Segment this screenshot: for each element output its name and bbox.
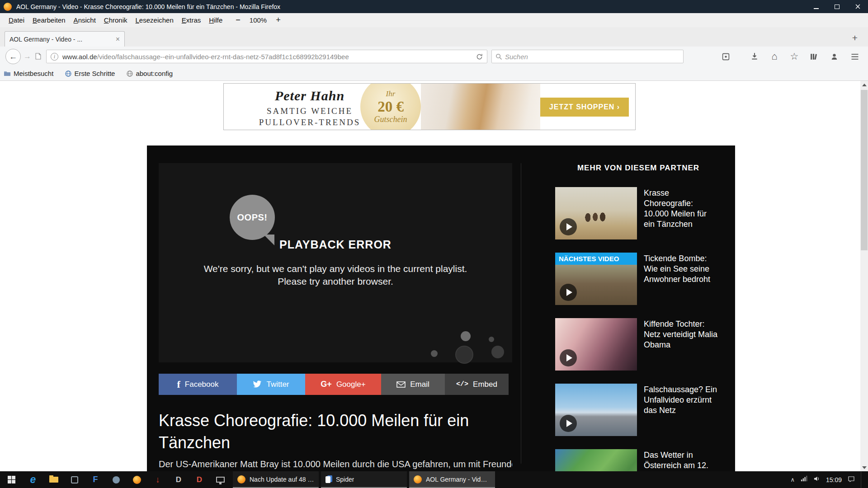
share-googleplus-button[interactable]: G+ Google+ [305,374,381,395]
scrollbar-thumb[interactable] [861,90,868,250]
video-item-title[interactable]: Tickende Bombe: Wie ein See seine Anwohn… [644,253,720,305]
maximize-button[interactable] [826,0,847,13]
window-title: AOL Germany - Video - Krasse Choreografi… [16,3,280,10]
ad-badge-value: 20 € [377,99,404,115]
show-desktop-button[interactable] [861,471,863,488]
bookmark-label: Erste Schritte [74,70,115,77]
desktop: AOL Germany - Video - Krasse Choreografi… [0,0,868,488]
tab-close-icon[interactable]: × [116,35,120,43]
app-f-icon[interactable]: F [85,471,106,488]
ad-banner[interactable]: Peter Hahn SAMTIG WEICHE PULLOVER-TRENDS… [223,83,636,130]
list-item[interactable]: NÄCHSTES VIDEO Tickende Bombe: Wie ein S… [555,253,720,305]
url-bar[interactable]: i www.aol.de/video/falschaussage--ein-un… [46,50,487,63]
bookmark-label: Meistbesucht [14,70,53,77]
content-divider [521,163,521,464]
forward-button[interactable]: → [24,52,31,61]
file-explorer-icon[interactable] [43,471,64,488]
account-icon[interactable] [828,51,840,62]
app-d-red-icon[interactable]: D [189,471,210,488]
ad-model-photo [421,84,540,130]
minimize-icon [814,8,819,9]
decor-bubble [489,337,494,342]
bookmark-erste-schritte[interactable]: Erste Schritte [65,70,115,77]
home-icon[interactable]: ⌂ [769,51,780,62]
video-item-title[interactable]: Krasse Choreografie: 10.000 Meilen für e… [644,187,720,239]
bookmark-meistbesucht[interactable]: Meistbesucht [4,70,53,77]
share-label: Email [410,380,429,389]
minimize-button[interactable] [806,0,826,13]
video-thumbnail[interactable] [555,187,637,239]
app-icon[interactable] [106,471,127,488]
video-thumbnail[interactable]: NÄCHSTES VIDEO [555,253,637,305]
menu-item-hilfe[interactable]: Hilfe [205,14,226,26]
menu-item-bearbeiten[interactable]: Bearbeiten [28,14,70,26]
search-box[interactable] [491,50,684,63]
edge-icon[interactable]: e [23,471,43,488]
task-button-spider[interactable]: Spider [321,471,407,488]
video-item-title[interactable]: Falschaussage? Ein Unfallvideo erzürnt d… [644,384,720,436]
library-icon[interactable] [807,51,819,62]
share-embed-button[interactable]: </> Embed [445,374,509,395]
notification-icon[interactable] [848,475,855,484]
list-item[interactable]: Krasse Choreografie: 10.000 Meilen für e… [555,187,720,239]
menu-item-extras[interactable]: Extras [178,14,205,26]
share-facebook-button[interactable]: f Facebook [159,374,237,395]
list-item[interactable]: Falschaussage? Ein Unfallvideo erzürnt d… [555,384,720,436]
list-item[interactable]: Das Wetter in Österreich am 12. [555,449,720,471]
menu-item-ansicht[interactable]: Ansicht [70,14,100,26]
download-icon[interactable] [749,51,760,62]
page-icon [35,53,41,61]
video-player[interactable]: OOPS! PLAYBACK ERROR We're sorry, but we… [159,163,512,362]
url-text[interactable]: www.aol.de/video/falschaussage--ein-unfa… [62,53,472,61]
bookmark-about-config[interactable]: about:config [127,70,173,77]
share-twitter-button[interactable]: Twitter [237,374,305,395]
task-button-aol-germany[interactable]: AOL Germany - Video... [409,471,495,488]
clock[interactable]: 15:09 [826,476,842,483]
menu-icon[interactable] [849,51,861,62]
taskbar: e F ↓ D D Nach Update auf 48 g... Spider… [0,471,868,488]
bookmark-star-icon[interactable]: ☆ [788,51,800,62]
speaker-icon[interactable] [813,475,820,484]
app-d-icon[interactable]: D [168,471,189,488]
error-line2: Please try another browser. [159,275,512,288]
menu-item-datei[interactable]: Datei [5,14,28,26]
scroll-up-button[interactable] [860,81,868,89]
scroll-down-button[interactable] [860,464,868,471]
search-input[interactable] [505,53,679,61]
start-button[interactable] [0,471,23,488]
info-icon[interactable]: i [51,53,58,61]
video-item-title[interactable]: Kiffende Tochter: Netz verteidigt Malia … [644,318,720,371]
list-item[interactable]: Kiffende Tochter: Netz verteidigt Malia … [555,318,720,371]
firefox-taskbar-icon[interactable] [127,471,147,488]
zoom-out-button[interactable]: − [234,15,242,25]
video-thumbnail[interactable] [555,449,637,471]
video-thumbnail[interactable] [555,384,637,436]
new-tab-button[interactable]: + [848,31,862,45]
ad-cta-button[interactable]: JETZT SHOPPEN › [540,98,629,117]
play-icon [560,218,577,235]
video-thumbnail[interactable] [555,318,637,371]
network-icon[interactable] [801,475,807,484]
download-app-icon[interactable]: ↓ [147,471,168,488]
share-email-button[interactable]: Email [381,374,445,395]
close-button[interactable] [847,0,868,13]
firefox-icon [237,475,245,483]
task-button-nach-update[interactable]: Nach Update auf 48 g... [233,471,319,488]
menu-item-chronik[interactable]: Chronik [100,14,132,26]
play-icon [560,415,577,432]
page-action-icon[interactable] [720,51,731,62]
tab-aol-germany[interactable]: AOL Germany - Video - ... × [5,31,125,47]
zoom-in-button[interactable]: + [274,15,283,25]
menubar: Datei Bearbeiten Ansicht Chronik Lesezei… [0,13,868,27]
reload-button[interactable] [476,53,483,60]
googleplus-icon: G+ [321,380,332,389]
page-scrollbar[interactable] [860,81,868,471]
app-icon[interactable] [64,471,85,488]
computer-icon[interactable] [210,471,231,488]
video-item-title[interactable]: Das Wetter in Österreich am 12. [644,449,720,471]
tray-chevron-icon[interactable]: ∧ [790,476,795,483]
globe-icon [65,70,71,77]
menu-item-lesezeichen[interactable]: Lesezeichen [132,14,178,26]
back-button[interactable]: ← [5,49,21,64]
maximize-icon [835,5,840,9]
